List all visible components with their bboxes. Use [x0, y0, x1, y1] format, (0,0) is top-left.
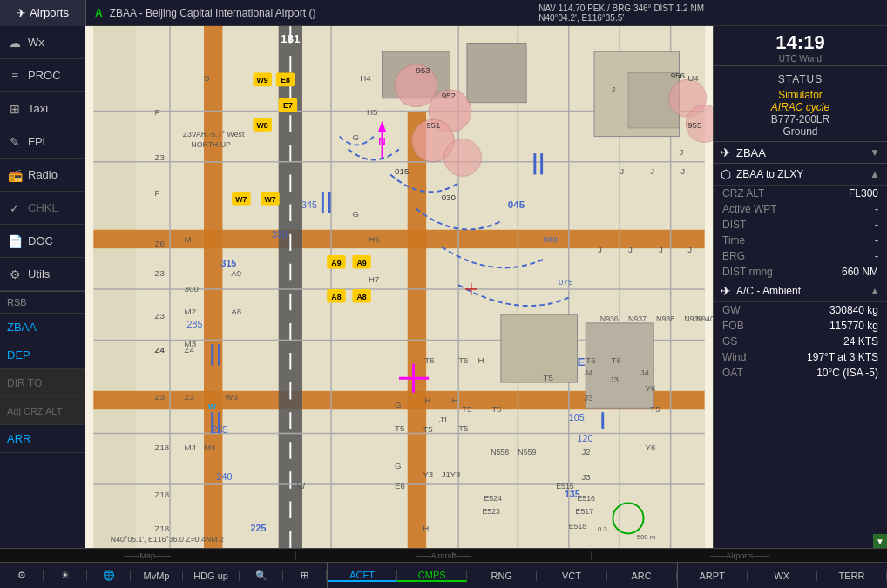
sidebar-item-doc[interactable]: 📄 DOC: [0, 225, 85, 258]
radio-icon: 📻: [7, 167, 23, 183]
svg-text:500 m: 500 m: [637, 533, 656, 541]
vct-tab[interactable]: VCT: [537, 571, 606, 581]
sidebar-item-proc[interactable]: ≡ PROC: [0, 59, 85, 92]
mvmp-tab[interactable]: MvMp: [131, 571, 183, 581]
globe-tab[interactable]: 🌐: [87, 570, 131, 581]
svg-text:J4: J4: [640, 368, 650, 377]
chkl-label: CHKL: [28, 201, 58, 214]
svg-text:T6: T6: [586, 355, 595, 365]
adj-crz-button[interactable]: Adj CRZ ALT: [0, 397, 85, 425]
svg-text:Z3: Z3: [154, 311, 164, 321]
dep-label: DEP: [0, 348, 37, 362]
search-tab[interactable]: 🔍: [240, 570, 283, 581]
svg-text:NORTH UP: NORTH UP: [191, 140, 231, 149]
svg-text:E515: E515: [556, 482, 574, 490]
route-chevron-icon[interactable]: ▲: [870, 168, 880, 180]
sidebar-item-utils[interactable]: ⚙ Utils: [0, 258, 85, 291]
svg-text:E524: E524: [484, 494, 502, 503]
svg-text:N40°05.1', E116°36.0  Z=0.4NM : N40°05.1', E116°36.0 Z=0.4NM 2: [111, 535, 224, 544]
svg-text:E: E: [578, 355, 586, 368]
svg-text:T5: T5: [491, 404, 501, 414]
svg-text:J: J: [628, 245, 633, 254]
settings-tab[interactable]: ⚙: [0, 570, 44, 581]
svg-text:T5: T5: [650, 404, 660, 414]
airport-full-name: ZBAA - Beijing Capital International Air…: [110, 7, 316, 19]
hdgup-label: HDG up: [193, 571, 228, 581]
sidebar-item-wx[interactable]: ☁ Wx: [0, 26, 85, 59]
arc-tab[interactable]: ARC: [607, 571, 677, 581]
time-row-label: Time: [722, 234, 745, 247]
scroll-down-indicator[interactable]: ▼: [873, 534, 887, 548]
dist-rmng-row: DIST rmng 660 NM: [714, 264, 887, 280]
sidebar-item-fpl[interactable]: ✎ FPL: [0, 125, 85, 159]
svg-text:J3: J3: [610, 375, 619, 384]
zbaa-route-button[interactable]: ✈ ZBAA ▼: [714, 141, 887, 163]
plane-icon: ✈: [16, 6, 26, 20]
svg-text:J: J: [680, 166, 685, 176]
zbaa-chevron-icon[interactable]: ▼: [870, 146, 880, 159]
mvmp-label: MvMp: [144, 571, 170, 581]
svg-text:E6: E6: [395, 481, 405, 490]
arpt-tab[interactable]: ARPT: [678, 571, 748, 581]
svg-text:W: W: [297, 481, 306, 490]
svg-text:A9: A9: [357, 259, 367, 267]
content-area: ☁ Wx ≡ PROC ⊞ Taxi ✎ FPL 📻 Radio ✓ CHKL: [0, 26, 887, 548]
svg-text:Y3: Y3: [450, 470, 460, 479]
section-labels-row: ——Map—— ——Aircraft—— ——Airports——: [0, 548, 887, 562]
proc-label: PROC: [28, 69, 61, 82]
crz-alt-row: CRZ ALT FL300: [714, 186, 887, 201]
hdgup-tab[interactable]: HDG up: [183, 571, 240, 581]
arr-button[interactable]: ARR: [0, 425, 85, 453]
svg-text:F: F: [154, 188, 159, 198]
rng-tab[interactable]: RNG: [467, 571, 537, 581]
plane-depart-icon: ✈: [721, 145, 731, 159]
svg-text:255: 255: [213, 425, 228, 436]
svg-text:H: H: [451, 395, 457, 405]
map-container[interactable]: W9 E8 E7 W8 W7 W7 A9 A9 A8 A8: [85, 26, 713, 548]
ambient-chevron-icon[interactable]: ▲: [870, 285, 880, 297]
dir-to-label: DIR TO: [0, 377, 49, 389]
gs-label: GS: [722, 335, 737, 348]
svg-text:W7: W7: [235, 195, 247, 204]
zbaa-button[interactable]: ZBAA: [0, 314, 85, 341]
svg-text:M2: M2: [185, 307, 197, 316]
svg-text:E8: E8: [281, 76, 290, 84]
vct-label: VCT: [562, 571, 581, 581]
svg-text:J: J: [650, 166, 654, 176]
dist-rmng-value: 660 NM: [842, 266, 878, 278]
wx-bottom-label: WX: [774, 571, 789, 581]
svg-text:A8: A8: [357, 293, 367, 301]
airports-button[interactable]: ✈ Airports: [0, 0, 85, 26]
svg-text:Y6: Y6: [645, 443, 655, 452]
status-title: STATUS: [714, 70, 887, 89]
arc-label: ARC: [631, 571, 651, 581]
terr-tab[interactable]: TERR: [817, 571, 887, 581]
svg-text:Z3: Z3: [154, 268, 164, 278]
dir-to-button[interactable]: DIR TO: [0, 369, 85, 397]
main-container: ✈ Airports A ZBAA - Beijing Capital Inte…: [0, 0, 887, 588]
layers-tab[interactable]: ⊞: [283, 570, 327, 581]
brg-label: BRG: [722, 250, 745, 262]
adj-crz-label: Adj CRZ ALT: [0, 406, 69, 416]
svg-text:H7: H7: [369, 274, 379, 284]
cmps-tab[interactable]: CMPS: [397, 570, 467, 582]
sidebar-item-taxi[interactable]: ⊞ Taxi: [0, 92, 85, 125]
brightness-tab[interactable]: ☀: [44, 570, 87, 581]
svg-text:Z3: Z3: [185, 392, 194, 402]
doc-label: DOC: [28, 234, 53, 247]
acft-tab[interactable]: ACFT: [328, 570, 397, 582]
time-display: 14:19 UTC World: [714, 26, 887, 65]
svg-text:J: J: [598, 245, 602, 254]
wx-bottom-tab[interactable]: WX: [748, 571, 817, 581]
dep-button[interactable]: DEP: [0, 341, 85, 369]
ambient-title: A/C - Ambient: [736, 285, 801, 297]
svg-text:J: J: [659, 245, 663, 254]
svg-text:953: 953: [416, 65, 430, 75]
radio-label: Radio: [28, 168, 58, 181]
svg-text:060: 060: [544, 234, 559, 244]
oat-row: OAT 10°C (ISA -5): [714, 365, 887, 381]
time-label: UTC World: [714, 54, 887, 64]
sidebar-item-chkl[interactable]: ✓ CHKL: [0, 192, 85, 225]
sidebar-item-radio[interactable]: 📻 Radio: [0, 159, 85, 192]
wind-value: 197°T at 3 KTS: [807, 351, 878, 363]
